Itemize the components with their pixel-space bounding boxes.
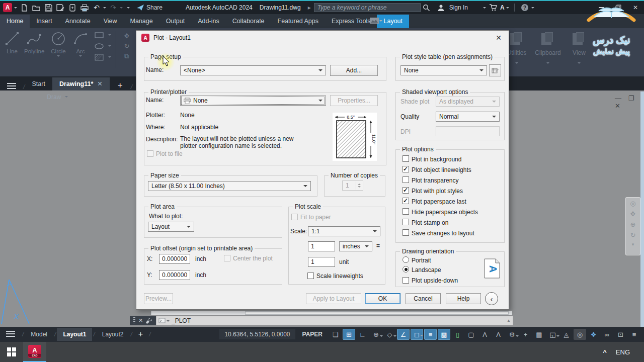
new-file-icon[interactable] <box>19 3 30 13</box>
customization-icon[interactable]: ≡ <box>628 329 640 340</box>
plot-printer-icon[interactable] <box>79 3 90 13</box>
clipboard-panel-caret-icon[interactable] <box>546 62 549 65</box>
units-combo[interactable]: inches <box>339 241 372 251</box>
plot-option-checkbox[interactable] <box>403 219 409 225</box>
isolate-objects-icon[interactable]: ∞ <box>601 329 613 340</box>
save-icon[interactable] <box>43 3 54 13</box>
plot-option-checkbox[interactable] <box>403 229 409 236</box>
save-as-icon[interactable] <box>55 3 66 13</box>
polyline-tool[interactable]: Polyline <box>24 30 44 54</box>
new-layout-button[interactable]: + <box>133 330 148 339</box>
tab-insert[interactable]: Insert <box>30 15 58 28</box>
pan-icon[interactable]: ✥ <box>630 210 636 218</box>
annotation-list-icon[interactable]: ▤ <box>533 329 545 340</box>
tab-manage[interactable]: Manage <box>124 15 159 28</box>
scrollbar-thumb[interactable] <box>245 311 509 315</box>
vertical-scrollbar[interactable] <box>640 92 644 327</box>
lineweight-icon[interactable]: ≡ <box>424 329 437 340</box>
file-tab-close-icon[interactable]: ✕ <box>97 80 102 87</box>
scale-combo[interactable]: 1:1 <box>308 226 380 236</box>
ribbon-display-caret-icon[interactable] <box>379 20 382 23</box>
qat-customize-caret-icon[interactable] <box>127 7 130 10</box>
tab-output[interactable]: Output <box>159 15 192 28</box>
new-drawing-tab-button[interactable]: + <box>110 80 131 90</box>
open-folder-icon[interactable] <box>31 3 42 13</box>
osnap-tracking-icon[interactable]: ∠ <box>397 329 410 340</box>
tab-annotate[interactable]: Annotate <box>59 15 97 28</box>
annotation-monitor-icon[interactable]: ◬ <box>560 329 573 340</box>
command-input[interactable]: _PLOT ▲ <box>156 316 513 325</box>
file-tab-drawing11[interactable]: Drawing11*✕ <box>52 77 110 90</box>
command-recent-caret-icon[interactable] <box>167 320 170 323</box>
plot-option-row[interactable]: Plot transparency <box>403 175 501 186</box>
drawing-restore-icon[interactable]: ❐ <box>628 95 634 102</box>
quality-combo[interactable]: Normal <box>436 112 500 122</box>
portrait-radio[interactable] <box>403 256 409 263</box>
search-icon[interactable] <box>421 3 432 13</box>
ok-button[interactable]: OK <box>365 293 400 304</box>
page-setup-name-combo[interactable]: <None> <box>180 65 326 75</box>
tab-featured-apps[interactable]: Featured Apps <box>271 15 325 28</box>
tab-addins[interactable]: Add-ins <box>191 15 225 28</box>
dialog-title-bar[interactable]: A Plot - Layout1 <box>136 31 509 45</box>
sign-in-label[interactable]: Sign In <box>449 4 468 11</box>
paper-layout-icon[interactable]: ❏ <box>329 329 342 340</box>
hatch-tool-caret-icon[interactable] <box>108 56 111 59</box>
open-web-mobile-icon[interactable] <box>67 3 78 13</box>
plot-style-combo[interactable]: None <box>400 65 487 75</box>
ellipse-tool-caret-icon[interactable] <box>108 45 111 48</box>
start-button[interactable] <box>0 342 23 362</box>
plot-option-row[interactable]: Hide paperspace objects <box>403 207 501 217</box>
what-to-plot-combo[interactable]: Layout <box>148 222 194 232</box>
drawing-close-icon[interactable]: ✕ <box>615 102 620 110</box>
upside-down-checkbox[interactable] <box>403 277 409 284</box>
transparency-icon[interactable]: ▩ <box>438 329 450 340</box>
file-tabs-menu-icon[interactable] <box>0 83 23 90</box>
rectangle-tool[interactable] <box>94 31 115 39</box>
language-indicator[interactable]: ENG <box>616 348 630 356</box>
hatch-tool[interactable] <box>94 53 115 61</box>
orbit-icon[interactable]: ↻ <box>630 231 636 239</box>
object-snap-icon[interactable]: ◻ <box>411 329 423 340</box>
dialog-close-button[interactable]: ✕ <box>489 31 509 45</box>
isodraft-icon[interactable]: ◇ <box>383 329 396 340</box>
help-caret-icon[interactable] <box>531 7 534 10</box>
ellipse-tool[interactable] <box>94 42 115 50</box>
drawing-minimize-icon[interactable]: — <box>615 95 621 102</box>
drawing-units-input[interactable]: 1 <box>308 257 335 267</box>
rectangle-tool-caret-icon[interactable] <box>108 34 111 37</box>
ortho-mode-icon[interactable]: ∟ <box>356 329 369 340</box>
command-scroll-up-icon[interactable]: ▲ <box>507 318 511 323</box>
3d-osnap-icon[interactable]: ▢ <box>465 329 477 340</box>
tab-express-tools[interactable]: Express Tools <box>325 15 377 28</box>
undo-caret-icon[interactable] <box>103 7 106 10</box>
command-drag-handle[interactable] <box>133 317 135 324</box>
layout-tab-layout2[interactable]: Layout2 <box>96 328 130 341</box>
plot-option-checkbox[interactable] <box>403 155 409 162</box>
layout-tab-layout1[interactable]: Layout1 <box>57 328 92 341</box>
paper-size-combo[interactable]: Letter (8.50 x 11.00 Inches) <box>148 181 311 191</box>
app-menu-caret-icon[interactable] <box>14 7 17 10</box>
help-button[interactable]: Help <box>446 293 481 304</box>
navigation-bar[interactable]: ◎ ✥ ⊕ ↻ ▾ <box>625 197 640 255</box>
line-tool[interactable]: Line <box>2 30 22 54</box>
command-prompt-icon[interactable] <box>158 318 166 323</box>
help-icon[interactable]: ? <box>519 3 530 13</box>
command-close-icon[interactable]: ✕ <box>138 317 143 324</box>
redo-caret-icon[interactable] <box>120 7 123 10</box>
plot-option-checkbox[interactable] <box>403 187 409 194</box>
plot-option-row[interactable]: Plot paperspace last <box>403 196 501 207</box>
plot-option-row[interactable]: Plot with plot styles <box>403 186 501 196</box>
plot-option-row[interactable]: Plot in background <box>403 154 501 164</box>
graphics-performance-icon[interactable]: ❖ <box>587 329 600 340</box>
settings-gear-icon[interactable]: ⚙ <box>506 329 518 340</box>
panel-clipboard[interactable]: Clipboard <box>533 28 562 76</box>
tab-view[interactable]: View <box>97 15 124 28</box>
coordinates-readout[interactable]: 10.6364, 5.5126, 0.0000 <box>219 329 295 339</box>
plot-option-row[interactable]: Plot object lineweights <box>403 164 501 175</box>
offset-y-input[interactable]: 0.000000 <box>159 270 190 280</box>
zoom-icon[interactable]: ⊕ <box>630 221 636 228</box>
cart-icon[interactable] <box>488 3 499 13</box>
autodesk-app-icon[interactable]: A <box>500 4 505 11</box>
autoscale-icon[interactable]: Λ <box>492 329 505 340</box>
